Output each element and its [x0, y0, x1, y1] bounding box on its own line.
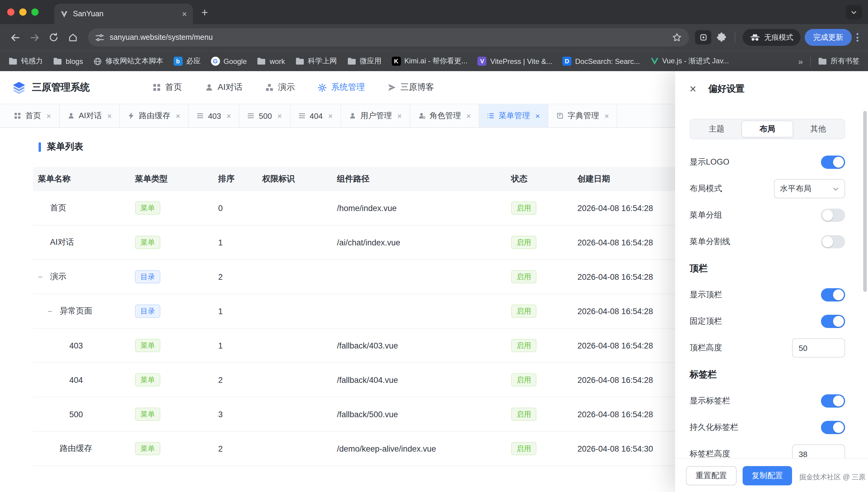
tab-user-management[interactable]: 用户管理× [341, 104, 410, 127]
show-tabbar-toggle[interactable] [821, 394, 845, 408]
back-button[interactable] [6, 28, 24, 46]
bookmark-star-icon[interactable] [672, 32, 682, 42]
nav-item-system[interactable]: 系统管理 [318, 82, 365, 93]
tab-search-button[interactable] [846, 5, 862, 19]
url-text[interactable]: sanyuan.website/system/menu [110, 33, 667, 42]
tab-theme[interactable]: 主题 [691, 121, 742, 138]
address-bar[interactable]: sanyuan.website/system/menu [88, 28, 689, 46]
home-button[interactable] [64, 28, 82, 46]
header-height-input[interactable] [792, 338, 845, 358]
bookmarks-bar: 钝感力 blogs 修改网站文本脚本 b必应 GGoogle work 科学上网… [0, 51, 868, 71]
nav-item-blog[interactable]: 三原博客 [388, 82, 434, 93]
close-tab-icon[interactable]: × [466, 112, 471, 120]
toggle-knob [833, 396, 844, 407]
bookmark-item[interactable]: DDocSearch: Searc... [562, 57, 640, 66]
menu-divider-toggle[interactable] [821, 235, 845, 248]
tab-403[interactable]: 403× [189, 104, 239, 127]
close-tab-icon[interactable]: × [176, 112, 180, 120]
folder-icon [818, 57, 827, 65]
bookmark-item[interactable]: b必应 [173, 56, 200, 66]
show-header-toggle[interactable] [821, 288, 845, 301]
tab-route-cache[interactable]: 路由缓存× [120, 104, 189, 127]
tab-ai-chat[interactable]: AI对话× [59, 104, 120, 127]
bookmark-item[interactable]: work [257, 57, 285, 66]
zoom-window-button[interactable] [31, 8, 39, 16]
copy-config-button[interactable]: 复制配置 [743, 466, 792, 485]
tab-home[interactable]: 首页× [6, 104, 59, 127]
persist-tabbar-toggle[interactable] [821, 421, 845, 434]
browser-window: SanYuan × + sanyuan.website/system/menu … [0, 0, 868, 492]
folder-icon [347, 57, 356, 65]
browser-tabstrip: SanYuan × + [0, 0, 868, 24]
tab-other[interactable]: 其他 [793, 121, 843, 138]
show-logo-toggle[interactable] [821, 155, 845, 169]
new-tab-button[interactable]: + [201, 6, 208, 18]
close-tab-icon[interactable]: × [605, 112, 609, 120]
bookmark-label: DocSearch: Searc... [575, 57, 640, 66]
minimize-window-button[interactable] [19, 8, 27, 16]
bookmarks-right-group: » 所有书签 [798, 56, 860, 66]
menu-type-badge: 菜单 [135, 339, 160, 352]
tab-menu-management[interactable]: 菜单管理× [479, 104, 548, 127]
list-icon [298, 112, 305, 119]
layout-mode-select[interactable]: 水平布局 [774, 179, 845, 198]
extension-shortcut-button[interactable] [695, 30, 711, 45]
bookmark-item[interactable]: GGoogle [211, 57, 247, 66]
tab-label: AI对话 [79, 110, 102, 121]
bookmark-item[interactable]: VVitePress | Vite &... [478, 57, 552, 66]
bookmark-item[interactable]: KKimi.ai - 帮你看更... [391, 56, 467, 66]
extensions-button[interactable] [713, 28, 731, 46]
reset-config-button[interactable]: 重置配置 [686, 466, 737, 485]
tab-layout[interactable]: 布局 [742, 121, 793, 138]
cell-order: 2 [213, 272, 257, 281]
bookmark-item[interactable]: blogs [53, 57, 83, 66]
app-brand[interactable]: 三原管理系统 [12, 80, 90, 94]
tab-404[interactable]: 404× [290, 104, 341, 127]
close-tab-icon[interactable]: × [46, 112, 51, 120]
all-bookmarks-button[interactable]: 所有书签 [818, 56, 860, 66]
bookmark-item[interactable]: Vue.js - 渐进式 Jav... [650, 56, 729, 66]
setting-row-show-tabbar: 显示标签栏 [690, 391, 845, 411]
cell-status: 启用 [506, 373, 572, 387]
close-tab-icon[interactable]: × [182, 10, 187, 18]
setting-row-fixed-header: 固定顶栏 [690, 312, 845, 331]
close-tab-icon[interactable]: × [277, 112, 282, 120]
bookmark-item[interactable]: 钝感力 [8, 56, 43, 66]
collapse-toggle-icon[interactable]: − [48, 306, 60, 316]
collapse-toggle-icon[interactable]: − [38, 272, 50, 281]
all-bookmarks-label: 所有书签 [831, 56, 860, 66]
fixed-header-toggle[interactable] [821, 315, 845, 328]
forward-button[interactable] [25, 28, 43, 46]
setting-row-show-header: 显示顶栏 [690, 285, 845, 304]
menu-name-text: 首页 [50, 203, 66, 214]
browser-menu-button[interactable] [857, 33, 858, 42]
nav-item-demo[interactable]: 演示 [265, 82, 295, 93]
close-tab-icon[interactable]: × [107, 112, 112, 120]
bookmark-item[interactable]: 微应用 [347, 56, 381, 66]
tab-dict-management[interactable]: 字典管理× [548, 104, 617, 127]
close-tab-icon[interactable]: × [397, 112, 402, 120]
bookmark-item[interactable]: 修改网站文本脚本 [93, 56, 163, 66]
menu-group-toggle[interactable] [821, 208, 845, 222]
drawer-scrollbar-thumb[interactable] [863, 111, 867, 292]
menu-type-badge: 菜单 [135, 201, 160, 215]
finish-update-button[interactable]: 完成更新 [805, 29, 852, 46]
bookmarks-overflow-button[interactable]: » [798, 56, 803, 66]
reload-button[interactable] [45, 28, 63, 46]
bookmark-item[interactable]: 科学上网 [295, 56, 337, 66]
nav-item-ai-chat[interactable]: AI对话 [205, 82, 242, 93]
site-favicon [60, 10, 68, 18]
close-drawer-icon[interactable]: × [690, 83, 696, 95]
close-window-button[interactable] [7, 8, 15, 16]
cell-order: 0 [213, 203, 257, 213]
browser-tab[interactable]: SanYuan × [54, 4, 193, 24]
tab-role-management[interactable]: 角色管理× [410, 104, 479, 127]
close-tab-icon[interactable]: × [535, 112, 540, 120]
bookmark-label: VitePress | Vite &... [490, 57, 552, 66]
docsearch-icon: D [562, 57, 571, 66]
site-settings-icon[interactable] [95, 33, 104, 42]
nav-item-home[interactable]: 首页 [153, 82, 182, 93]
close-tab-icon[interactable]: × [227, 112, 231, 120]
close-tab-icon[interactable]: × [328, 112, 333, 120]
tab-500[interactable]: 500× [239, 104, 290, 127]
